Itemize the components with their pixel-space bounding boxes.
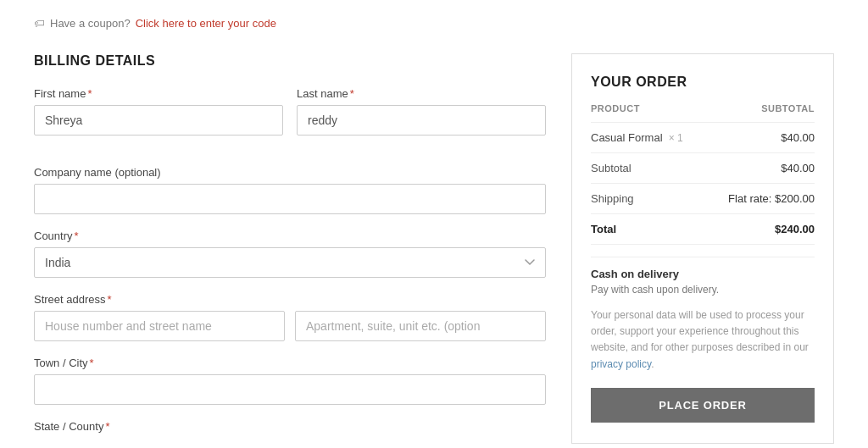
coupon-link[interactable]: Click here to enter your code	[136, 17, 276, 30]
shipping-row: Shipping Flat rate: $200.00	[591, 184, 815, 214]
street-input-group	[34, 311, 285, 341]
company-group: Company name (optional)	[34, 166, 546, 214]
page-wrapper: 🏷 Have a coupon? Click here to enter you…	[0, 0, 868, 448]
last-name-label: Last name*	[297, 87, 546, 100]
apt-input[interactable]	[295, 311, 546, 341]
privacy-policy-link[interactable]: privacy policy	[591, 358, 651, 370]
subtotal-value: $40.00	[706, 153, 815, 184]
coupon-bar: 🏷 Have a coupon? Click here to enter you…	[34, 17, 834, 30]
country-group: Country* India United States United King…	[34, 230, 546, 278]
state-group: State / County*	[34, 420, 546, 438]
tag-icon: 🏷	[34, 17, 45, 30]
state-label: State / County*	[34, 420, 546, 433]
total-row: Total $240.00	[591, 214, 815, 245]
coupon-prefix: Have a coupon?	[50, 17, 131, 30]
street-row	[34, 311, 546, 341]
first-name-label: First name*	[34, 87, 283, 100]
order-title: YOUR ORDER	[591, 75, 815, 90]
total-value: $240.00	[706, 214, 815, 245]
city-group: Town / City*	[34, 357, 546, 405]
street-label-group: Street address*	[34, 293, 546, 311]
privacy-note: Your personal data will be used to proce…	[591, 307, 815, 373]
billing-title: BILLING DETAILS	[34, 53, 546, 69]
city-label: Town / City*	[34, 357, 546, 369]
main-layout: BILLING DETAILS First name* Last name*	[34, 53, 834, 448]
payment-desc: Pay with cash upon delivery.	[591, 284, 815, 296]
col-subtotal-header: SUBTOTAL	[706, 103, 815, 123]
name-row: First name* Last name*	[34, 87, 546, 151]
shipping-value: Flat rate: $200.00	[706, 184, 815, 214]
company-input[interactable]	[34, 184, 546, 214]
last-name-input[interactable]	[297, 105, 546, 136]
street-label: Street address*	[34, 293, 546, 306]
required-star: *	[90, 357, 94, 369]
order-table: PRODUCT SUBTOTAL Casual Formal × 1 $40.0…	[591, 103, 815, 245]
subtotal-label: Subtotal	[591, 153, 706, 184]
required-star: *	[108, 293, 112, 306]
city-input[interactable]	[34, 374, 546, 405]
required-star: *	[75, 230, 79, 242]
product-price: $40.00	[706, 123, 815, 153]
required-star: *	[87, 87, 92, 100]
order-section: YOUR ORDER PRODUCT SUBTOTAL Casual Forma…	[571, 53, 834, 444]
required-star: *	[350, 87, 354, 100]
order-item-row: Casual Formal × 1 $40.00	[591, 123, 815, 153]
subtotal-row: Subtotal $40.00	[591, 153, 815, 184]
billing-section: BILLING DETAILS First name* Last name*	[34, 53, 546, 448]
country-label: Country*	[34, 230, 546, 242]
total-label: Total	[591, 214, 706, 245]
shipping-label: Shipping	[591, 184, 706, 214]
payment-section: Cash on delivery Pay with cash upon deli…	[591, 257, 815, 423]
company-label: Company name (optional)	[34, 166, 546, 179]
street-input[interactable]	[34, 311, 285, 341]
first-name-group: First name*	[34, 87, 283, 136]
country-select[interactable]: India United States United Kingdom Austr…	[34, 247, 546, 278]
last-name-group: Last name*	[297, 87, 546, 136]
col-product-header: PRODUCT	[591, 103, 706, 123]
place-order-button[interactable]: PLACE ORDER	[591, 388, 815, 423]
apt-input-group	[295, 311, 546, 341]
product-name: Casual Formal × 1	[591, 123, 706, 153]
first-name-input[interactable]	[34, 105, 283, 136]
required-star: *	[105, 420, 109, 433]
payment-title: Cash on delivery	[591, 268, 815, 280]
